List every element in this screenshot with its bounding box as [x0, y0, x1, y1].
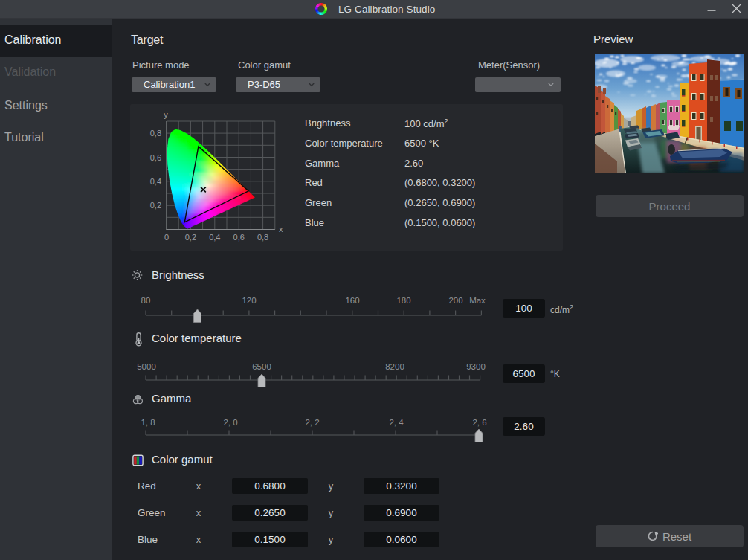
- svg-text:0,6: 0,6: [150, 153, 161, 162]
- svg-text:y: y: [164, 110, 168, 119]
- svg-text:0,6: 0,6: [233, 233, 245, 242]
- svg-text:0,8: 0,8: [257, 233, 268, 242]
- svg-text:0: 0: [164, 233, 169, 242]
- svg-text:0,4: 0,4: [209, 233, 220, 242]
- svg-text:0,2: 0,2: [150, 201, 161, 210]
- svg-text:0,4: 0,4: [150, 177, 161, 186]
- svg-text:x: x: [279, 225, 283, 234]
- svg-text:0,2: 0,2: [185, 233, 196, 242]
- svg-text:0,8: 0,8: [150, 129, 161, 138]
